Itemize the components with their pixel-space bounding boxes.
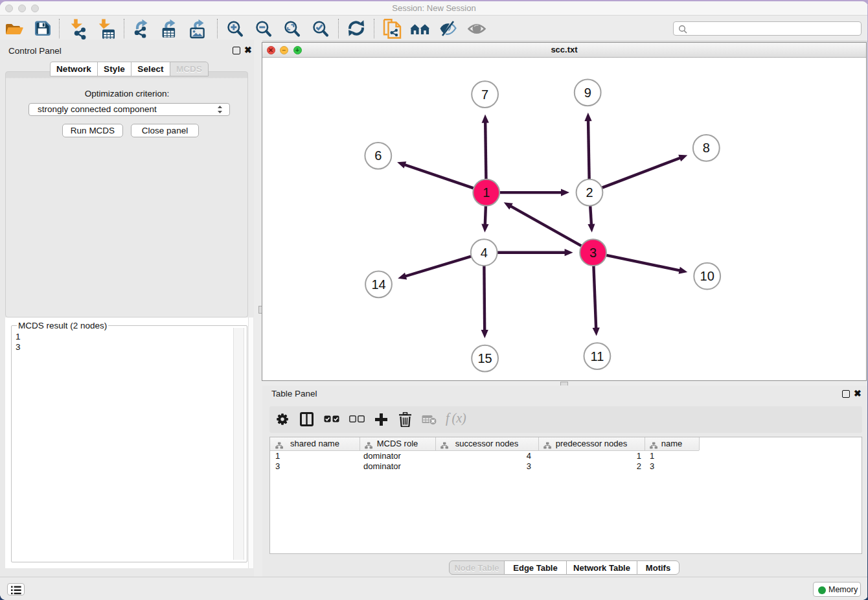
svg-text:11: 11 (591, 349, 604, 363)
svg-text:14: 14 (371, 277, 385, 292)
svg-text:9: 9 (584, 86, 591, 100)
svg-text:4: 4 (481, 246, 488, 260)
svg-text:6: 6 (374, 148, 382, 163)
svg-text:1: 1 (483, 185, 490, 200)
svg-text:8: 8 (703, 141, 710, 155)
svg-text:10: 10 (700, 269, 714, 283)
svg-text:2: 2 (586, 185, 593, 200)
svg-text:7: 7 (481, 87, 488, 102)
svg-text:3: 3 (589, 246, 597, 260)
svg-text:15: 15 (477, 351, 492, 365)
